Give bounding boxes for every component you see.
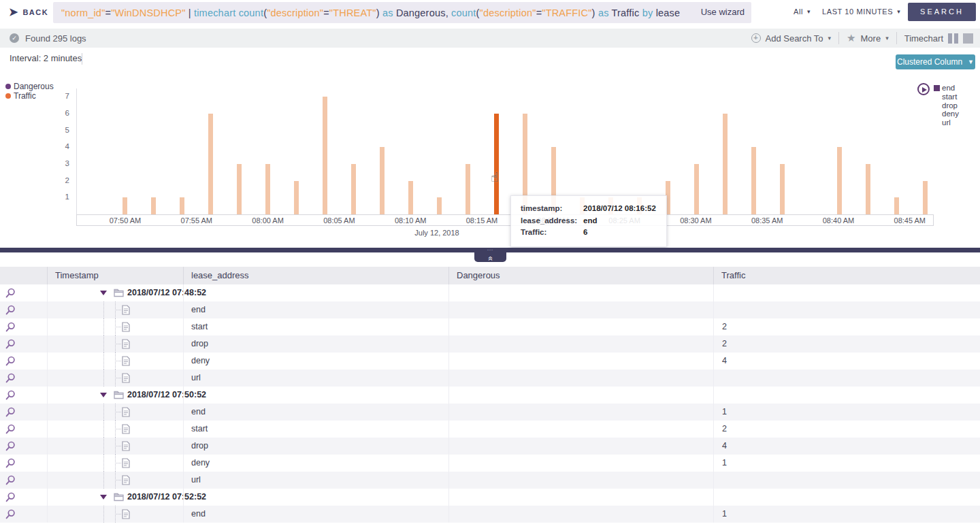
area-chart-view-icon[interactable] [963,33,973,44]
add-search-to-button[interactable]: + Add Search To ▾ [751,33,832,44]
collapse-group-icon[interactable] [100,495,107,500]
column-chart-view-icon[interactable] [948,33,958,44]
table-leaf-row[interactable]: deny1 [0,455,980,472]
chart-bar[interactable] [180,197,184,214]
legend-right-item-deny[interactable]: deny [934,110,959,118]
tree-guide-line [115,480,121,480]
back-button[interactable]: ➤︎ BACK [9,7,48,18]
chart-bar[interactable] [408,181,413,214]
log-table-body: 2018/07/12 07:48:52endstart2drop2deny4ur… [0,284,980,524]
repo-scope-dropdown[interactable]: All ▾ [794,7,811,16]
collapse-group-icon[interactable] [100,291,107,295]
chart-bar[interactable] [751,147,756,214]
chart-bar[interactable] [151,197,156,214]
search-log-icon[interactable] [5,407,16,417]
legend-right-item-end[interactable]: end [934,84,959,93]
table-leaf-row[interactable]: start2 [0,421,980,438]
chart-bar[interactable] [866,164,870,214]
document-icon [122,509,130,519]
table-leaf-row[interactable]: end1 [0,506,980,523]
search-log-icon[interactable] [5,305,16,315]
row-actions-cell [0,370,47,387]
table-leaf-row[interactable]: deny4 [0,353,980,370]
chart-bar[interactable] [723,114,728,214]
play-button[interactable] [917,83,930,95]
search-log-icon[interactable] [5,424,16,434]
star-icon: ★ [847,32,855,44]
search-log-icon[interactable] [5,288,16,298]
use-wizard-link[interactable]: Use wizard [701,7,745,17]
tree-guide-line [115,429,121,429]
chart-bar[interactable] [780,164,785,214]
chart-bar[interactable] [837,147,842,214]
table-leaf-row[interactable]: end [0,301,980,318]
search-log-icon[interactable] [5,475,16,485]
search-log-icon[interactable] [5,492,16,502]
chart-bar[interactable] [694,164,699,214]
chart-bar[interactable] [437,197,442,214]
tree-guide-line [115,327,121,327]
document-icon [122,305,130,315]
search-log-icon[interactable] [5,356,16,366]
legend-right-item-url[interactable]: url [934,118,959,127]
search-query[interactable]: "norm_id"="WinDNSDHCP" | timechart count… [53,7,680,18]
search-log-icon[interactable] [5,373,16,383]
chart-bar[interactable] [294,181,299,214]
tree-guide-line [115,378,121,378]
more-button[interactable]: ★ More ▾ [847,32,889,44]
search-log-icon[interactable] [5,458,16,468]
collapse-chart-tab[interactable]: ⋯ » [474,248,506,262]
legend-right-item-drop[interactable]: drop [934,101,959,110]
traffic-value: 4 [722,441,727,451]
collapse-group-icon[interactable] [100,393,107,397]
chevron-down-icon: ▾ [897,8,900,15]
chart-bar[interactable] [380,147,385,214]
time-range-dropdown[interactable]: LAST 10 MINUTES ▾ [822,7,900,16]
chart-bar[interactable] [237,164,242,214]
legend-right-item-start[interactable]: start [934,93,959,101]
chart-tooltip: timestamp:2018/07/12 08:16:52 lease_addr… [510,195,667,247]
query-token: Dangerous, [396,7,451,18]
lease-address-cell: url [183,370,448,387]
search-query-field[interactable]: "norm_id"="WinDNSDHCP" | timechart count… [53,2,751,23]
table-leaf-row[interactable]: url [0,370,980,387]
search-log-icon[interactable] [5,509,16,519]
table-leaf-row[interactable]: url [0,472,980,489]
table-leaf-row[interactable]: drop4 [0,438,980,455]
chart-type-dropdown[interactable]: Clustered Column ▼ [896,54,975,69]
search-log-icon[interactable] [5,339,16,349]
x-axis-tick: 08:30 AM [672,216,719,225]
chart-bar[interactable] [122,197,127,214]
search-log-icon[interactable] [5,390,16,400]
table-leaf-row[interactable]: start2 [0,318,980,335]
table-leaf-row[interactable]: end1 [0,404,980,421]
tooltip-label: Traffic: [521,227,583,239]
table-group-row[interactable]: 2018/07/12 07:52:52 [0,489,980,506]
traffic-value: 2 [722,339,727,348]
query-token: "THREAT" [329,7,376,18]
chart-bar[interactable] [894,197,899,214]
chart-bar[interactable] [323,97,327,214]
table-group-row[interactable]: 2018/07/12 07:48:52 [0,284,980,301]
search-button[interactable]: SEARCH [908,3,976,21]
dangerous-cell [448,335,713,353]
search-log-icon[interactable] [5,322,16,332]
table-leaf-row[interactable]: drop2 [0,335,980,353]
chart-bar[interactable] [466,164,470,214]
query-token: count [239,7,263,18]
tooltip-label: timestamp: [521,203,583,215]
lease-address-cell: deny [183,353,448,370]
tooltip-value: 6 [583,227,587,239]
tree-guide-line [103,318,104,335]
chart-bar[interactable] [923,181,928,214]
chart-bar-highlighted[interactable] [494,114,499,214]
legend-item-dangerous[interactable]: Dangerous [5,82,54,91]
legend-item-traffic[interactable]: Traffic [5,91,54,101]
chart-bar[interactable] [208,114,213,214]
lease-address-cell [183,387,448,404]
chart-bar[interactable] [351,164,356,214]
table-group-row[interactable]: 2018/07/12 07:50:52 [0,387,980,404]
tree-guide-line [103,335,104,353]
chart-bar[interactable] [265,164,270,214]
search-log-icon[interactable] [5,441,16,451]
